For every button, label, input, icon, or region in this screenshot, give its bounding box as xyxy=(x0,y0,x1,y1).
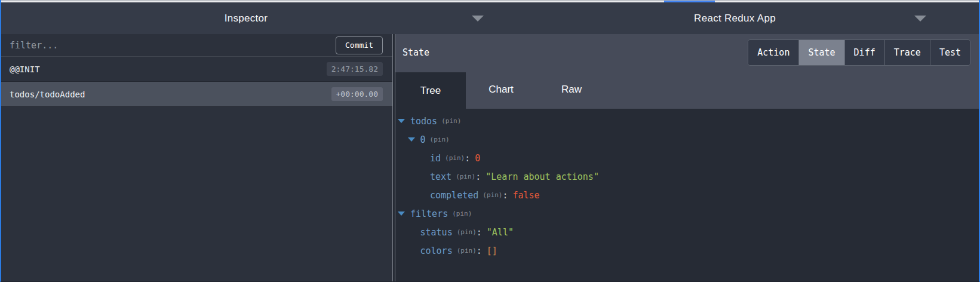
key-value-separator: : xyxy=(502,190,508,201)
key-value-separator: : xyxy=(477,227,482,238)
instance-select-dropdown[interactable]: React Redux App xyxy=(491,2,979,34)
pin-link[interactable]: (pin) xyxy=(483,191,502,199)
view-tab-tree[interactable]: Tree xyxy=(395,72,466,109)
instance-select-label: React Redux App xyxy=(694,13,776,24)
tree-value: "Learn about actions" xyxy=(486,171,599,182)
chevron-down-icon xyxy=(914,16,926,22)
action-type-label: @@INIT xyxy=(10,65,40,74)
tree-node-0[interactable]: 0(pin) xyxy=(395,130,979,149)
monitor-select-label: Inspector xyxy=(225,13,268,24)
tree-value: false xyxy=(512,190,539,201)
view-tab-bar: TreeChartRaw xyxy=(395,70,979,109)
pin-link[interactable]: (pin) xyxy=(457,228,477,236)
monitor-tab-test[interactable]: Test xyxy=(930,40,970,65)
tree-key: status xyxy=(420,227,453,238)
action-list: @@INIT2:47:15.82todos/todoAdded+00:00.00 xyxy=(1,57,392,107)
state-panel-header: State ActionStateDiffTraceTest xyxy=(395,34,979,70)
tree-key: colors xyxy=(420,246,453,256)
tree-key: id xyxy=(430,153,441,164)
pin-link[interactable]: (pin) xyxy=(456,173,475,180)
redux-devtools-window: Inspector React Redux App Commit @@INIT2… xyxy=(0,0,980,282)
action-list-panel: Commit @@INIT2:47:15.82todos/todoAdded+0… xyxy=(1,34,392,281)
monitor-select-dropdown[interactable]: Inspector xyxy=(1,2,491,34)
monitor-tab-action[interactable]: Action xyxy=(748,40,799,65)
key-value-separator: : xyxy=(477,246,482,256)
filter-input[interactable] xyxy=(10,40,336,51)
monitor-tab-diff[interactable]: Diff xyxy=(845,40,885,65)
state-tree: todos(pin)0(pin)id(pin):0text(pin):"Lear… xyxy=(395,109,979,281)
action-time-badge: +00:00.00 xyxy=(331,87,383,101)
tree-value: 0 xyxy=(475,153,480,164)
tree-key: completed xyxy=(430,190,478,201)
tree-value: [] xyxy=(487,246,497,256)
state-panel: State ActionStateDiffTraceTest TreeChart… xyxy=(395,34,979,281)
devtools-header: Inspector React Redux App xyxy=(1,2,979,34)
action-list-item[interactable]: @@INIT2:47:15.82 xyxy=(1,57,392,82)
expand-arrow-icon[interactable] xyxy=(398,119,410,123)
pin-link[interactable]: (pin) xyxy=(441,117,461,125)
tree-node-completed: completed(pin):false xyxy=(395,186,979,204)
view-tab-raw[interactable]: Raw xyxy=(536,70,607,109)
pin-link[interactable]: (pin) xyxy=(445,154,465,162)
tree-node-status: status(pin):"All" xyxy=(395,223,979,241)
pin-link[interactable]: (pin) xyxy=(430,136,450,143)
action-time-badge: 2:47:15.82 xyxy=(327,62,383,76)
chevron-down-icon xyxy=(472,16,484,22)
tree-key: filters xyxy=(410,209,448,219)
tree-key: text xyxy=(430,171,451,182)
commit-button[interactable]: Commit xyxy=(336,36,383,54)
tree-node-id: id(pin):0 xyxy=(395,149,979,167)
filter-row: Commit xyxy=(1,34,392,57)
tree-key: todos xyxy=(410,116,437,127)
action-type-label: todos/todoAdded xyxy=(10,90,85,99)
tree-value: "All" xyxy=(487,227,514,238)
tree-node-colors: colors(pin):[] xyxy=(395,241,979,260)
tree-node-text: text(pin):"Learn about actions" xyxy=(395,167,979,186)
pin-link[interactable]: (pin) xyxy=(457,247,477,255)
tree-key: 0 xyxy=(420,134,426,145)
main-area: Commit @@INIT2:47:15.82todos/todoAdded+0… xyxy=(1,34,979,281)
key-value-separator: : xyxy=(475,171,481,182)
monitor-tab-group: ActionStateDiffTraceTest xyxy=(748,39,970,66)
monitor-tab-state[interactable]: State xyxy=(799,40,844,65)
expand-arrow-icon[interactable] xyxy=(408,137,420,142)
expand-arrow-icon[interactable] xyxy=(398,212,410,216)
tree-node-todos[interactable]: todos(pin) xyxy=(395,112,979,130)
section-title: State xyxy=(403,47,429,58)
pin-link[interactable]: (pin) xyxy=(452,210,472,217)
view-tab-chart[interactable]: Chart xyxy=(466,70,536,109)
monitor-tab-trace[interactable]: Trace xyxy=(885,40,930,65)
action-list-item[interactable]: todos/todoAdded+00:00.00 xyxy=(1,82,392,107)
key-value-separator: : xyxy=(465,153,470,164)
tree-node-filters[interactable]: filters(pin) xyxy=(395,204,979,223)
